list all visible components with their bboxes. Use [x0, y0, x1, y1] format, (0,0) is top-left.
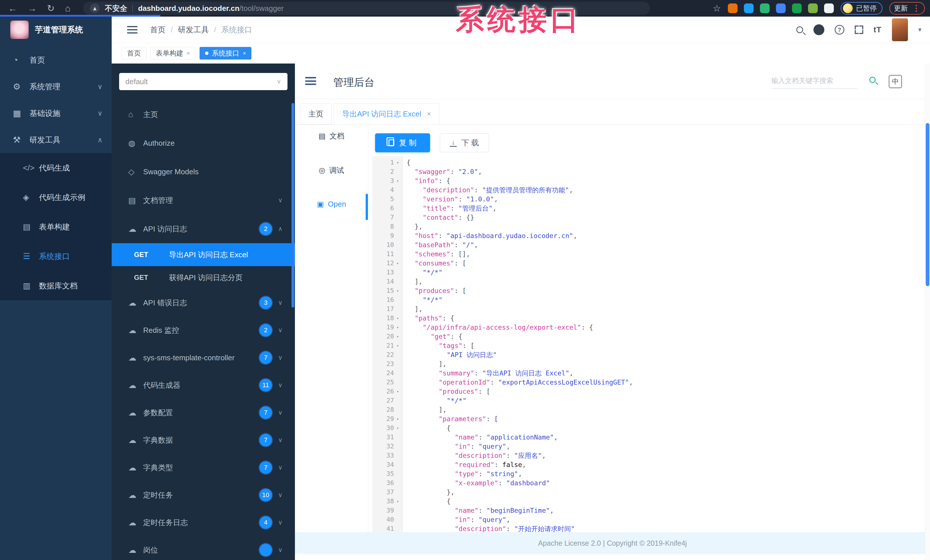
reload-icon[interactable]: ↻ — [47, 4, 55, 13]
token-s: "dashboard" — [506, 479, 550, 487]
api-endpoint-导出API 访问日志 Excel[interactable]: GET导出API 访问日志 Excel — [112, 243, 295, 266]
font-size-icon[interactable]: tT — [874, 25, 882, 34]
user-avatar[interactable] — [892, 18, 908, 41]
extension-grid[interactable] — [776, 3, 786, 13]
fold-icon[interactable]: ▾ — [394, 158, 402, 167]
fold-icon[interactable]: ▾ — [394, 332, 402, 341]
paused-label: 已暂停 — [856, 4, 877, 13]
copy-button[interactable]: 复 制 — [375, 133, 430, 152]
breadcrumb-item[interactable]: 研发工具 — [178, 25, 209, 35]
doc-search-icon[interactable] — [869, 77, 876, 83]
fold-icon[interactable]: ▾ — [394, 259, 402, 268]
panel-scrollbar-thumb[interactable] — [291, 103, 294, 308]
sidebar-collapse-icon[interactable] — [127, 26, 137, 34]
fold-icon[interactable]: ▾ — [394, 414, 402, 423]
api-group-字典类型[interactable]: ☁字典类型7∨ — [112, 454, 295, 481]
close-icon[interactable]: × — [187, 50, 190, 57]
extension-leaf[interactable] — [808, 3, 818, 13]
api-group-Redis 监控[interactable]: ☁Redis 监控2∨ — [112, 316, 295, 344]
sidebar-item-系统管理[interactable]: ⚙系统管理∨ — [0, 73, 112, 100]
fold-icon[interactable]: ▾ — [394, 286, 402, 295]
breadcrumb-item[interactable]: 系统接口 — [221, 25, 252, 35]
language-icon[interactable]: 中 — [889, 75, 902, 88]
sidebar-item-代码生成[interactable]: </>代码生成 — [0, 153, 112, 183]
chevron-down-icon[interactable]: ▾ — [918, 26, 921, 34]
back-icon[interactable]: ← — [8, 4, 17, 13]
github-icon[interactable] — [813, 24, 824, 35]
logo-row[interactable]: 芋道管理系统 — [0, 17, 112, 43]
main-scrollbar[interactable] — [925, 63, 930, 560]
api-group-API 访问日志[interactable]: ☁API 访问日志2∧ — [112, 215, 295, 243]
api-group-sys-sms-template-controller[interactable]: ☁sys-sms-template-controller7∨ — [112, 344, 295, 371]
fold-icon[interactable]: ▾ — [394, 497, 402, 506]
view-tag-表单构建[interactable]: 表单构建× — [150, 47, 196, 60]
fold-icon[interactable]: ▾ — [394, 423, 402, 433]
fullscreen-icon[interactable] — [855, 26, 863, 34]
help-icon[interactable]: ? — [835, 25, 844, 35]
fold-icon[interactable]: ▾ — [394, 387, 402, 396]
token-k: "summary" — [439, 370, 474, 377]
close-icon[interactable]: × — [243, 50, 246, 57]
emoji-face-icon — [843, 3, 853, 13]
code-editor[interactable]: 1▾{2"swagger": "2.0",3▾"info": {4"descri… — [372, 156, 921, 532]
sidebar-item-数据库文档[interactable]: ▥数据库文档 — [0, 271, 112, 301]
sidebar-item-系统接口[interactable]: ☰系统接口 — [0, 241, 112, 271]
api-group-字典数据[interactable]: ☁字典数据7∨ — [112, 427, 295, 454]
rail-item-调试[interactable]: ◎调试 — [295, 164, 368, 177]
group-select[interactable]: default ∨ — [119, 73, 288, 90]
token-k: "operationId" — [439, 379, 490, 386]
token-p: , — [518, 470, 522, 477]
api-group-Authorize[interactable]: ◍Authorize — [112, 129, 295, 157]
security-warning-icon[interactable]: ▲ — [90, 3, 100, 13]
code-line: 23], — [372, 359, 921, 368]
sidebar-item-首页[interactable]: ◔首页 — [0, 47, 112, 73]
paused-extension-pill[interactable]: 已暂停 — [841, 2, 882, 15]
extension-paw[interactable] — [824, 3, 834, 13]
menu-collapse-icon[interactable] — [305, 77, 316, 85]
api-group-文档管理[interactable]: ▤文档管理∨ — [112, 186, 295, 215]
api-group-Swagger Models[interactable]: ◇Swagger Models — [112, 157, 295, 186]
api-group-岗位[interactable]: ☁岗位∨ — [112, 536, 295, 560]
rail-item-Open[interactable]: ▣Open — [295, 198, 368, 210]
sidebar-item-表单构建[interactable]: ▤表单构建 — [0, 212, 112, 241]
extension-drop[interactable] — [744, 3, 754, 13]
forward-icon[interactable]: → — [28, 4, 37, 13]
fold-icon[interactable]: ▾ — [394, 341, 402, 350]
close-icon[interactable]: × — [427, 110, 431, 118]
extension-green-circle[interactable] — [760, 3, 770, 13]
api-group-定时任务日志[interactable]: ☁定时任务日志4∨ — [112, 509, 295, 536]
group-label: 文档管理 — [143, 195, 277, 206]
download-button[interactable]: ↓ 下 载 — [440, 133, 489, 152]
count-badge: 2 — [259, 324, 272, 336]
view-tag-首页[interactable]: 首页 — [122, 47, 146, 60]
api-group-参数配置[interactable]: ☁参数配置7∨ — [112, 399, 295, 427]
address-bar[interactable]: ▲ 不安全 dashboard.yudao.iocoder.cn/tool/sw… — [83, 2, 650, 15]
browser-update-button[interactable]: 更新 ⋮ — [889, 2, 925, 15]
api-group-定时任务[interactable]: ☁定时任务10∨ — [112, 481, 295, 509]
view-tag-系统接口[interactable]: 系统接口× — [200, 47, 252, 60]
fold-icon[interactable]: ▾ — [394, 314, 402, 323]
breadcrumb-item[interactable]: 首页 — [150, 25, 165, 35]
home-icon[interactable]: ⌂ — [65, 4, 71, 13]
api-group-主页[interactable]: ⌂主页 — [112, 100, 295, 129]
api-group-API 错误日志[interactable]: ☁API 错误日志3∨ — [112, 289, 295, 316]
sidebar-item-代码生成示例[interactable]: ◈代码生成示例 — [0, 183, 112, 212]
fold-icon[interactable]: ▾ — [394, 176, 402, 186]
api-endpoint-获得API 访问日志分页[interactable]: GET获得API 访问日志分页 — [112, 266, 295, 289]
main-scrollbar-thumb[interactable] — [926, 123, 929, 286]
search-icon[interactable] — [796, 26, 803, 33]
sidebar-item-基础设施[interactable]: ▦基础设施∨ — [0, 100, 112, 126]
tab-主页[interactable]: 主页 — [300, 103, 331, 124]
fold-icon[interactable]: ▾ — [394, 323, 402, 332]
tab-导出API 访问日志 Excel[interactable]: 导出API 访问日志 Excel× — [334, 103, 439, 124]
extension-orange[interactable] — [728, 3, 738, 13]
browser-menu-icon[interactable]: ⋮ — [912, 4, 920, 12]
api-group-代码生成器[interactable]: ☁代码生成器11∨ — [112, 371, 295, 399]
bookmark-star-icon[interactable]: ☆ — [713, 3, 721, 14]
download-label: 下 载 — [461, 138, 479, 148]
sidebar-item-研发工具[interactable]: ⚒研发工具∧ — [0, 126, 112, 153]
rail-item-文档[interactable]: ▤文档 — [295, 129, 368, 143]
doc-search-field[interactable] — [771, 73, 857, 89]
extension-gm[interactable] — [792, 3, 802, 13]
doc-search-input[interactable] — [771, 73, 857, 88]
